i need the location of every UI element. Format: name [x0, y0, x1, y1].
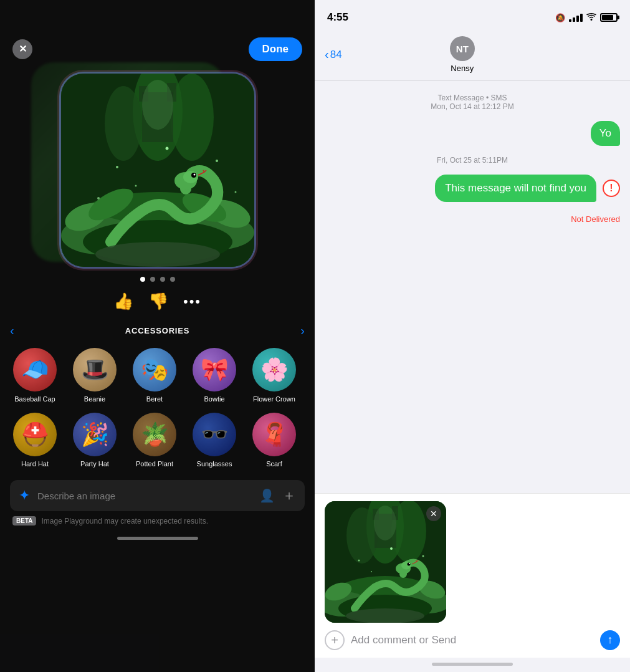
dot-4[interactable] — [170, 277, 175, 282]
svg-point-43 — [401, 562, 411, 570]
thumbs-down-button[interactable]: 👎 — [148, 292, 168, 311]
thumbs-up-button[interactable]: 👍 — [113, 292, 133, 311]
home-indicator — [117, 537, 198, 540]
send-button[interactable]: ↑ — [600, 630, 620, 650]
message-yo: Yo — [325, 121, 620, 146]
avatar[interactable]: NT — [450, 36, 475, 61]
more-options-button[interactable]: ••• — [183, 294, 201, 310]
not-delivered-label: Not Delivered — [325, 214, 620, 224]
add-icon[interactable]: ＋ — [282, 486, 296, 505]
accessory-circle-flower-crown: 🌸 — [252, 348, 296, 391]
svg-point-2 — [105, 86, 142, 161]
svg-point-22 — [165, 147, 168, 150]
close-button[interactable]: ✕ — [12, 39, 32, 59]
svg-point-24 — [97, 197, 100, 199]
accessory-sunglasses[interactable]: 🕶️ Sunglasses — [184, 410, 244, 470]
svg-point-20 — [116, 166, 118, 168]
accessory-beanie[interactable]: 🎩 Beanie — [65, 345, 125, 405]
messages-area: Text Message • SMS Mon, Oct 14 at 12:12 … — [315, 81, 630, 493]
left-panel: ✕ Done — [0, 0, 315, 672]
accessory-label-potted-plant: Potted Plant — [136, 460, 173, 468]
accessory-hard-hat[interactable]: ⛑️ Hard Hat — [5, 410, 65, 470]
playground-icon: ✦ — [19, 487, 30, 504]
left-content: ✕ Done — [0, 0, 315, 544]
image-close-button[interactable]: ✕ — [426, 506, 441, 521]
accessory-circle-baseball-cap: 🧢 — [13, 348, 57, 391]
svg-point-17 — [183, 171, 198, 183]
accessory-beret[interactable]: 🎭 Beret — [125, 345, 184, 405]
accessory-label-hard-hat: Hard Hat — [21, 460, 49, 468]
right-panel: 4:55 🔕 — [315, 0, 630, 672]
svg-point-35 — [374, 506, 396, 540]
accessory-label-party-hat: Party Hat — [80, 460, 109, 468]
svg-point-50 — [346, 608, 424, 623]
prev-category-button[interactable]: ‹ — [10, 324, 14, 338]
svg-point-26 — [95, 242, 220, 267]
accessories-grid: 🧢 Baseball Cap 🎩 Beanie 🎭 Beret 🎀 Bowtie… — [0, 345, 315, 470]
accessory-label-baseball-cap: Baseball Cap — [14, 395, 55, 403]
accessory-scarf[interactable]: 🧣 Scarf — [244, 410, 304, 470]
bottom-area: ✦ Describe an image 👤 ＋ BETA Image Playg… — [0, 470, 315, 530]
accessory-baseball-cap[interactable]: 🧢 Baseball Cap — [5, 345, 65, 405]
svg-point-27 — [591, 19, 593, 21]
beta-row: BETA Image Playground may create unexpec… — [10, 516, 305, 526]
svg-point-44 — [408, 563, 411, 566]
compose-add-button[interactable]: + — [325, 630, 345, 650]
accessory-bowtie[interactable]: 🎀 Bowtie — [184, 345, 244, 405]
svg-point-46 — [358, 560, 360, 562]
left-topbar: ✕ Done — [0, 0, 315, 74]
dot-1[interactable] — [140, 277, 145, 282]
accessory-label-beret: Beret — [146, 395, 163, 403]
signal-bar-2 — [573, 17, 575, 22]
svg-point-3 — [170, 74, 214, 161]
next-category-button[interactable]: › — [300, 324, 305, 338]
status-bar: 4:55 🔕 — [315, 0, 630, 31]
back-button[interactable]: ‹ 84 — [325, 47, 342, 62]
beta-description: Image Playground may create unexpected r… — [41, 517, 208, 526]
back-count: 84 — [330, 49, 342, 61]
svg-point-19 — [193, 174, 195, 176]
accessory-flower-crown[interactable]: 🌸 Flower Crown — [244, 345, 304, 405]
accessory-party-hat[interactable]: 🎉 Party Hat — [65, 410, 125, 470]
close-icon: ✕ — [19, 44, 27, 54]
accessories-row-2: ⛑️ Hard Hat 🎉 Party Hat 🪴 Potted Plant 🕶… — [5, 410, 310, 470]
accessory-circle-hard-hat: ⛑️ — [13, 413, 57, 456]
accessory-circle-party-hat: 🎉 — [73, 413, 117, 456]
main-generated-image — [61, 74, 254, 267]
accessory-label-beanie: Beanie — [84, 395, 105, 403]
bubble-yo: Yo — [591, 121, 620, 146]
person-icon[interactable]: 👤 — [259, 488, 275, 503]
message-timestamp-1: Text Message • SMS Mon, Oct 14 at 12:12 … — [325, 94, 620, 111]
status-icons: 🔕 — [555, 12, 618, 22]
dot-2[interactable] — [150, 277, 155, 282]
svg-point-7 — [142, 80, 173, 130]
accessory-circle-scarf: 🧣 — [252, 413, 296, 456]
send-arrow-icon: ↑ — [608, 633, 613, 646]
home-indicator-right — [432, 663, 513, 666]
accessories-title: ACCESSORIES — [125, 326, 189, 335]
done-button[interactable]: Done — [249, 37, 303, 61]
message-timestamp-2: Fri, Oct 25 at 5:11PM — [325, 156, 620, 165]
accessories-header: ‹ ACCESSORIES › — [0, 311, 315, 345]
accessory-label-flower-crown: Flower Crown — [253, 395, 295, 403]
preview-image — [325, 501, 446, 623]
accessory-circle-sunglasses: 🕶️ — [193, 413, 236, 456]
dot-3[interactable] — [160, 277, 165, 282]
compose-input-row: + Add comment or Send ↑ — [325, 630, 620, 650]
bubble-message: This message will not find you — [435, 175, 596, 202]
accessory-potted-plant[interactable]: 🪴 Potted Plant — [125, 410, 184, 470]
contact-info: NT Nensy — [350, 36, 575, 73]
compose-input[interactable]: Add comment or Send — [351, 634, 594, 646]
mute-icon: 🔕 — [555, 13, 565, 22]
signal-bar-4 — [580, 14, 583, 22]
battery-icon — [600, 13, 618, 22]
snake-image — [61, 74, 254, 267]
message-not-delivered-row: This message will not find you ! — [325, 175, 620, 202]
accessories-row-1: 🧢 Baseball Cap 🎩 Beanie 🎭 Beret 🎀 Bowtie… — [5, 345, 310, 405]
describe-input[interactable]: Describe an image — [37, 491, 252, 501]
svg-point-47 — [422, 555, 424, 557]
svg-point-23 — [135, 185, 136, 187]
accessory-label-scarf: Scarf — [266, 460, 282, 468]
error-icon[interactable]: ! — [603, 180, 620, 197]
accessory-label-sunglasses: Sunglasses — [197, 460, 232, 468]
